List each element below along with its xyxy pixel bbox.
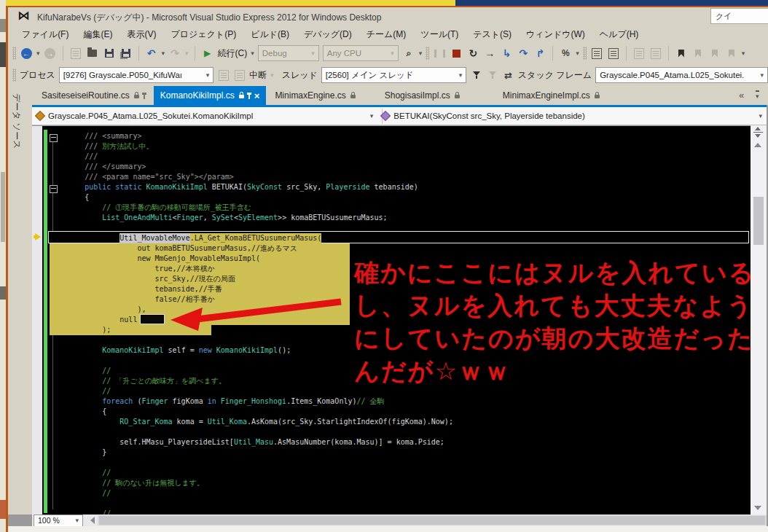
menu-item-7[interactable]: ツール(T) [413,26,466,43]
tab-MinimaxEngine.cs[interactable]: MinimaxEngine.cs [268,86,361,105]
horizontal-scrollbar[interactable] [98,515,767,525]
save-all-icon[interactable] [119,47,133,60]
menu-item-5[interactable]: デバッグ(D) [297,26,359,43]
save-icon[interactable] [103,47,116,60]
breakpoint-margin[interactable] [32,126,42,515]
hex-dropdown-icon[interactable]: ▾ [576,50,579,57]
quick-launch-box[interactable]: クイ [710,8,768,24]
fold-box-method-icon[interactable] [50,185,58,193]
continue-button[interactable]: 続行(C) [218,47,248,60]
tab-KomanoKikiImpl.cs[interactable]: KomanoKikiImpl.cs× [154,86,267,105]
splitter-handle-icon[interactable] [753,127,763,138]
undo-icon[interactable]: ↶ [145,47,158,60]
tab-MinimaxEngineImpl.cs[interactable]: MinimaxEngineImpl.cs [482,86,620,105]
toolbar-overflow-icon[interactable]: ▾ [742,50,745,57]
menu-item-2[interactable]: 表示(V) [119,26,163,43]
menu-item-1[interactable]: 編集(E) [76,26,119,43]
horizontal-scrollbar-thumb[interactable] [99,516,765,525]
menu-item-3[interactable]: プロジェクト(P) [163,26,243,43]
continue-icon[interactable]: ▶ [201,47,214,60]
navigate-forward-icon[interactable]: → [44,47,57,60]
find-dropdown-icon[interactable]: ▾ [419,50,423,57]
solution-platform-combo[interactable]: Any CPU▾ [323,45,399,61]
close-icon[interactable]: × [254,91,260,101]
stack-frame-combo[interactable]: Grayscale.P045_Atama.L025_Sokutei.▾ [595,67,768,83]
find-in-files-icon[interactable]: ⌕ [402,47,415,60]
code-line-1: /// 別方法試し中。 [50,141,749,152]
pin-icon[interactable] [248,93,250,99]
breakpoints-window-icon[interactable] [607,47,620,60]
title-bar[interactable]: ⋈ KifuNarabeVs (デバッグ中) - Microsoft Visua… [8,7,768,26]
step-over-icon[interactable]: ↷ [517,47,530,60]
solution-config-combo[interactable]: Debug▾ [258,45,319,61]
fold-box-summary-icon[interactable] [50,134,58,142]
output-window-icon[interactable] [590,47,603,60]
process-step-icon[interactable] [217,69,230,82]
open-file-icon[interactable] [86,47,99,60]
suspend-button[interactable]: 中断 [249,69,267,82]
scroll-left-icon[interactable] [90,517,95,524]
show-next-statement-icon[interactable]: → [483,47,496,60]
thread-combo[interactable]: [2560] メイン スレッド▾ [321,67,466,83]
toolbar-grip[interactable] [12,47,16,60]
pause-icon[interactable] [433,47,446,60]
suspend-dropdown-icon[interactable]: ▾ [270,71,274,79]
hex-display-icon[interactable]: % [559,47,572,60]
member-dropdown[interactable]: BETUKAI(SkyConst src_Sky, Playerside teb… [377,107,767,125]
uncomment-icon[interactable] [649,47,662,60]
stop-debugging-icon[interactable] [450,47,463,60]
redo-dropdown-icon[interactable]: ▾ [185,50,189,57]
vertical-scrollbar-thumb[interactable] [753,197,764,245]
code-line-10: Util_MovableMove.LA_Get_KomaBETUSusumeru… [50,233,749,243]
process-combo[interactable]: [9276] Grayscale.P050_KifuWaı▾ [59,67,214,83]
code-line-30: self.HMasu_PlayersideList[Util_Masu.AsMa… [50,437,749,447]
code-line-29 [50,427,749,437]
stack-frame-label: スタック フレーム [518,69,592,82]
filter-threads-icon[interactable] [470,69,482,82]
clear-bookmarks-icon[interactable] [725,47,738,60]
tab-ShogisasiImpl.cs[interactable]: ShogisasiImpl.cs [364,86,480,105]
back-dropdown-icon[interactable]: ▾ [36,50,40,57]
scroll-down-icon[interactable] [754,506,761,510]
debugbar-grip[interactable] [12,69,16,82]
current-statement-arrow-icon [35,233,41,240]
process-detach-icon[interactable] [233,69,246,82]
next-bookmark-icon[interactable] [708,47,721,60]
tab-list-dropdown-icon[interactable]: ▾ [756,90,759,100]
continue-dropdown-icon[interactable]: ▾ [251,50,254,57]
change-tracking-bar [44,130,47,513]
tab-SasiteseiseiRoutine.cs[interactable]: SasiteseiseiRoutine.cs [35,86,152,105]
editor-toolbar-grip[interactable] [583,47,587,60]
menu-item-8[interactable]: テスト(S) [466,26,519,43]
sidebar-tab-data-sources[interactable]: データ ソース [10,93,23,173]
restart-icon[interactable]: ↻ [466,47,479,60]
annotation-line-4: んだが☆ｗｗ [354,355,755,388]
zoom-combo[interactable]: 100 %▾ [34,515,83,527]
toggle-bookmark-icon[interactable] [675,47,688,60]
new-item-icon[interactable] [69,47,82,60]
tab-scroll-left-icon[interactable]: « [739,90,744,101]
type-dropdown-caret-icon: ▾ [370,112,374,120]
step-out-icon[interactable]: ↱ [533,47,546,60]
code-line-6: { [50,192,749,203]
desktop-strip-navy [455,0,768,6]
debug-location-bar: プロセス [9276] Grayscale.P050_KifuWaı▾ 中断 ▾… [8,64,768,86]
menu-item-4[interactable]: ビルド(B) [243,26,297,43]
redo-icon[interactable]: ↷ [168,47,181,60]
tab-row: SasiteseiseiRoutine.csKomanoKikiImpl.cs×… [8,86,768,105]
type-dropdown[interactable]: Grayscale.P045_Atama.L025_Sokutei.Komano… [32,107,377,125]
debug-toolbar-grip[interactable] [426,47,429,60]
step-into-icon[interactable]: ↳ [500,47,513,60]
comment-icon[interactable] [632,47,646,60]
pin-icon[interactable] [144,93,145,99]
menu-item-6[interactable]: チーム(M) [359,26,414,43]
prev-bookmark-icon[interactable] [691,47,705,60]
scroll-up-icon[interactable] [754,143,761,147]
menu-item-10[interactable]: ヘルプ(H) [592,26,646,43]
menu-item-9[interactable]: ウィンドウ(W) [519,26,592,43]
undo-dropdown-icon[interactable]: ▾ [162,50,165,57]
toggle-flagged-threads-icon[interactable]: ⇄ [502,69,514,82]
filter-flagged-icon[interactable] [486,69,498,82]
menu-item-0[interactable]: ファイル(F) [15,26,76,43]
navigate-back-icon[interactable]: ← [20,47,33,60]
